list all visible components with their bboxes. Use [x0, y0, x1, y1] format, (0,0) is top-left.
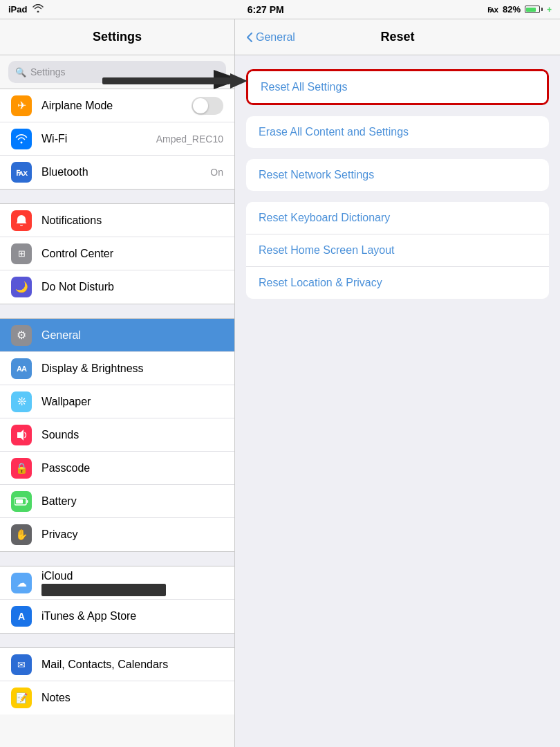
sidebar-item-display[interactable]: AA Display & Brightness: [0, 352, 234, 385]
status-bar: iPad 6:27 PM ℻ 82% +: [0, 0, 560, 19]
sidebar-item-privacy[interactable]: ✋ Privacy: [0, 518, 234, 551]
wallpaper-icon: ❊: [11, 391, 32, 412]
wallpaper-label: Wallpaper: [41, 396, 223, 408]
sidebar-list: ✈ Airplane Mode Wi-Fi Am: [0, 89, 234, 747]
svg-rect-2: [16, 499, 23, 504]
search-container[interactable]: 🔍 Settings: [0, 55, 234, 89]
sidebar-header: Settings: [0, 19, 234, 55]
reset-location-button[interactable]: Reset Location & Privacy: [246, 267, 549, 299]
sidebar-item-wallpaper[interactable]: ❊ Wallpaper: [0, 385, 234, 418]
wifi-icon: [11, 129, 32, 149]
sidebar-item-passcode[interactable]: 🔒 Passcode: [0, 452, 234, 485]
notifications-label: Notifications: [41, 214, 223, 227]
mail-icon: ✉: [11, 654, 32, 675]
erase-all-button[interactable]: Erase All Content and Settings: [246, 116, 549, 148]
battery-percent: 82%: [503, 4, 521, 15]
search-placeholder: Settings: [30, 66, 66, 77]
sidebar-item-airplane-mode[interactable]: ✈ Airplane Mode: [0, 89, 234, 122]
time-display: 6:27 PM: [248, 4, 284, 15]
svg-rect-3: [27, 500, 28, 503]
section-accounts: ☁ iCloud A iTunes & App Store: [0, 566, 234, 633]
bluetooth-label: Bluetooth: [41, 166, 200, 178]
general-icon: ⚙: [11, 325, 32, 346]
erase-all-card: Erase All Content and Settings: [246, 116, 549, 148]
notes-label: Notes: [41, 692, 223, 704]
sidebar-item-notes[interactable]: 📝 Notes: [0, 681, 234, 714]
section-display: ⚙ General AA Display & Brightness ❊ Wall…: [0, 319, 234, 551]
icloud-label-group: iCloud: [41, 570, 223, 596]
charging-icon: +: [547, 5, 552, 15]
svg-marker-0: [17, 430, 24, 441]
bluetooth-icon: ℻: [487, 4, 498, 15]
privacy-icon: ✋: [11, 524, 32, 545]
airplane-mode-toggle[interactable]: [192, 97, 223, 115]
divider-4: [0, 633, 234, 648]
erase-all-label: Erase All Content and Settings: [259, 126, 409, 138]
passcode-icon: 🔒: [11, 458, 32, 479]
airplane-mode-label: Airplane Mode: [41, 100, 182, 112]
do-not-disturb-label: Do Not Disturb: [41, 281, 223, 293]
notifications-icon: [11, 210, 32, 231]
bluetooth-icon: ℻: [11, 162, 32, 183]
sidebar-item-icloud[interactable]: ☁ iCloud: [0, 566, 234, 600]
sidebar-item-sounds[interactable]: Sounds: [0, 418, 234, 452]
sidebar-item-wifi[interactable]: Wi-Fi Amped_REC10: [0, 122, 234, 156]
sidebar-item-bluetooth[interactable]: ℻ Bluetooth On: [0, 156, 234, 189]
sidebar: Settings 🔍 Settings ✈ Airplane Mode: [0, 19, 235, 747]
status-right: ℻ 82% +: [487, 4, 552, 15]
reset-homescreen-button[interactable]: Reset Home Screen Layout: [246, 234, 549, 267]
divider-2: [0, 304, 234, 319]
reset-network-button[interactable]: Reset Network Settings: [246, 159, 549, 191]
back-label: General: [256, 31, 295, 44]
sidebar-item-control-center[interactable]: ⊞ Control Center: [0, 237, 234, 270]
wifi-icon: [32, 4, 44, 15]
main-panel: General Reset Reset All Settings: [235, 19, 560, 747]
do-not-disturb-icon: 🌙: [11, 277, 32, 297]
general-label: General: [41, 329, 223, 342]
icloud-redaction: [41, 584, 166, 596]
reset-group-card: Reset Keyboard Dictionary Reset Home Scr…: [246, 202, 549, 299]
notes-icon: 📝: [11, 688, 32, 708]
divider-3: [0, 551, 234, 566]
control-center-icon: ⊞: [11, 243, 32, 264]
sidebar-item-notifications[interactable]: Notifications: [0, 204, 234, 237]
back-button[interactable]: General: [246, 31, 295, 44]
itunes-label: iTunes & App Store: [41, 610, 223, 622]
reset-content: Reset All Settings Erase All Content and…: [235, 55, 560, 324]
section-apps: ✉ Mail, Contacts, Calendars 📝 Notes: [0, 648, 234, 714]
reset-all-settings-label: Reset All Settings: [261, 81, 347, 93]
sidebar-item-general[interactable]: ⚙ General: [0, 319, 234, 352]
status-left: iPad: [8, 4, 44, 15]
reset-all-settings-button[interactable]: Reset All Settings: [248, 71, 547, 103]
reset-keyboard-button[interactable]: Reset Keyboard Dictionary: [246, 202, 549, 234]
search-icon: 🔍: [15, 67, 26, 77]
battery-icon: [11, 491, 32, 512]
itunes-icon: A: [11, 606, 32, 627]
bluetooth-value: On: [210, 167, 223, 178]
battery-label: Battery: [41, 495, 223, 508]
sounds-icon: [11, 425, 32, 445]
sidebar-item-mail[interactable]: ✉ Mail, Contacts, Calendars: [0, 648, 234, 681]
reset-keyboard-label: Reset Keyboard Dictionary: [259, 212, 390, 224]
wifi-label: Wi-Fi: [41, 133, 147, 145]
nav-bar: General Reset: [235, 19, 560, 55]
sidebar-item-do-not-disturb[interactable]: 🌙 Do Not Disturb: [0, 270, 234, 304]
reset-network-card: Reset Network Settings: [246, 159, 549, 191]
section-connectivity: ✈ Airplane Mode Wi-Fi Am: [0, 89, 234, 189]
nav-title: Reset: [380, 30, 414, 44]
display-icon: AA: [11, 358, 32, 379]
app-container: Settings 🔍 Settings ✈ Airplane Mode: [0, 19, 560, 747]
reset-location-label: Reset Location & Privacy: [259, 277, 382, 289]
reset-all-settings-card: Reset All Settings: [246, 69, 549, 105]
sidebar-item-battery[interactable]: Battery: [0, 485, 234, 518]
reset-network-label: Reset Network Settings: [259, 169, 374, 181]
sidebar-title: Settings: [93, 30, 142, 44]
passcode-label: Passcode: [41, 462, 223, 474]
icloud-icon: ☁: [11, 573, 32, 593]
icloud-label: iCloud: [41, 570, 223, 582]
privacy-label: Privacy: [41, 528, 223, 541]
sidebar-item-itunes[interactable]: A iTunes & App Store: [0, 600, 234, 633]
search-box[interactable]: 🔍 Settings: [8, 61, 226, 83]
display-label: Display & Brightness: [41, 362, 223, 375]
section-alerts: Notifications ⊞ Control Center 🌙 Do Not …: [0, 204, 234, 304]
